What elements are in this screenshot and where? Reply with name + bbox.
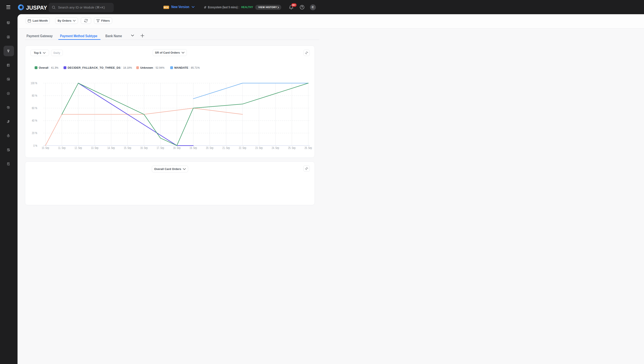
svg-text:80 %: 80 %	[32, 94, 37, 97]
svg-text:15. Sep: 15. Sep	[124, 146, 131, 150]
svg-text:17. Sep: 17. Sep	[157, 146, 164, 150]
svg-text:20 %: 20 %	[32, 131, 37, 135]
svg-text:10. Sep: 10. Sep	[42, 146, 49, 150]
svg-text:16. Sep: 16. Sep	[140, 146, 148, 150]
svg-text:24. Sep: 24. Sep	[272, 146, 279, 150]
svg-text:100 %: 100 %	[31, 82, 37, 85]
svg-text:0 %: 0 %	[33, 144, 37, 148]
svg-text:19. Sep: 19. Sep	[189, 146, 197, 150]
svg-text:25. Sep: 25. Sep	[288, 146, 296, 150]
svg-text:13. Sep: 13. Sep	[91, 146, 98, 150]
svg-text:18. Sep: 18. Sep	[173, 146, 180, 150]
svg-text:22. Sep: 22. Sep	[239, 146, 246, 150]
svg-text:60 %: 60 %	[32, 106, 37, 110]
svg-text:14. Sep: 14. Sep	[107, 146, 115, 150]
svg-text:12. Sep: 12. Sep	[75, 146, 82, 150]
svg-text:40 %: 40 %	[32, 119, 37, 122]
svg-text:26. Sep: 26. Sep	[304, 146, 312, 150]
svg-text:21. Sep: 21. Sep	[222, 146, 230, 150]
svg-text:20. Sep: 20. Sep	[206, 146, 213, 150]
svg-text:23. Sep: 23. Sep	[255, 146, 263, 150]
svg-text:11. Sep: 11. Sep	[58, 146, 66, 150]
